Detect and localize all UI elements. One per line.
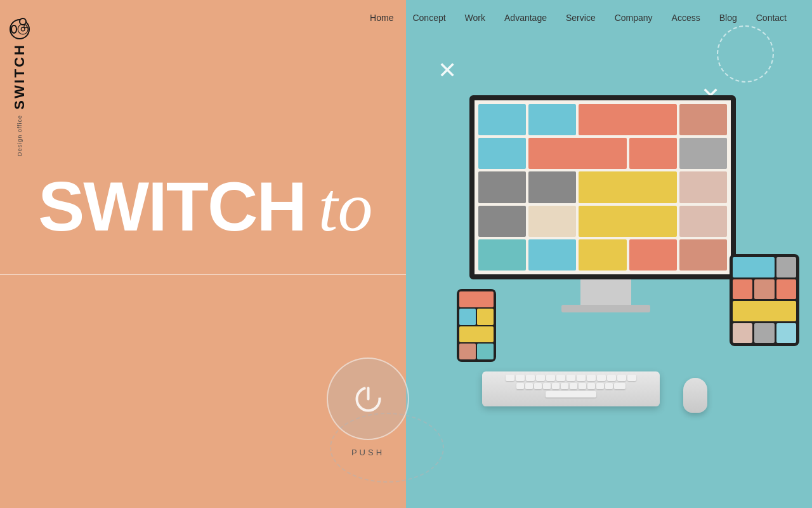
- screen-block: [478, 171, 526, 203]
- phone-block: [477, 344, 494, 359]
- brand-name: SWITCH: [13, 43, 27, 110]
- screen-block: [679, 138, 727, 169]
- key: [552, 383, 560, 389]
- screen-block: [579, 206, 676, 237]
- phone-block: [459, 344, 476, 359]
- nav-advantage[interactable]: Advantage: [504, 13, 547, 23]
- keyboard-row-2: [485, 383, 657, 389]
- key: [596, 383, 604, 389]
- phone-block: [459, 309, 476, 324]
- screen-block: [579, 171, 676, 203]
- monitor-base: [561, 305, 650, 312]
- hero-headline: SWITCHto: [38, 171, 372, 242]
- tablet-block: [733, 279, 752, 300]
- screen-block: [478, 239, 526, 271]
- screen-block: [629, 239, 677, 271]
- monitor: [469, 95, 742, 318]
- key: [566, 375, 575, 381]
- power-icon: [351, 382, 386, 417]
- tablet-block: [754, 323, 774, 344]
- keyboard-row-1: [485, 375, 657, 381]
- phone: [457, 289, 496, 362]
- tablet-block: [754, 279, 774, 300]
- screen-block: [528, 239, 576, 271]
- screen-block: [579, 104, 676, 135]
- screen-block: [478, 104, 526, 135]
- screen-block: [528, 206, 576, 237]
- monitor-stand: [580, 279, 631, 305]
- phone-block: [477, 309, 494, 324]
- tablet: [730, 254, 799, 346]
- tablet-block: [733, 301, 796, 321]
- key: [525, 383, 533, 389]
- nav-service[interactable]: Service: [566, 13, 596, 23]
- logo-area: SWITCH Design office: [10, 19, 30, 156]
- push-circle[interactable]: [327, 358, 409, 440]
- mouse: [683, 378, 707, 413]
- screen-block: [528, 138, 626, 169]
- nav-concept[interactable]: Concept: [412, 13, 445, 23]
- key: [617, 375, 626, 381]
- screen-block: [528, 104, 576, 135]
- monitor-screen: [469, 95, 736, 279]
- tablet-block: [776, 323, 796, 344]
- key: [614, 383, 625, 389]
- devices-area: [406, 0, 812, 508]
- nav-company[interactable]: Company: [615, 13, 653, 23]
- nav-access[interactable]: Access: [672, 13, 700, 23]
- screen-block: [679, 171, 727, 203]
- key: [561, 383, 568, 389]
- key: [570, 383, 577, 389]
- page-wrapper: SWITCH Design office Home Concept Work A…: [0, 0, 812, 508]
- nav-blog[interactable]: Blog: [719, 13, 737, 23]
- key: [579, 383, 586, 389]
- main-nav: Home Concept Work Advantage Service Comp…: [0, 0, 812, 36]
- phone-block: [459, 326, 494, 342]
- push-button-area[interactable]: PUSH: [327, 358, 409, 457]
- tablet-block: [776, 279, 796, 300]
- key: [506, 375, 514, 381]
- brand-tagline: Design office: [16, 115, 23, 156]
- screen-block: [679, 104, 727, 135]
- screen-block: [629, 138, 677, 169]
- key-space: [546, 391, 596, 398]
- screen-block: [579, 239, 626, 271]
- nav-home[interactable]: Home: [370, 13, 393, 23]
- key: [627, 375, 636, 381]
- screen-block: [478, 138, 526, 169]
- screen-block: [679, 206, 727, 237]
- key: [556, 375, 565, 381]
- nav-contact[interactable]: Contact: [756, 13, 787, 23]
- headline-switch: SWITCH: [38, 171, 306, 241]
- tablet-block: [733, 323, 752, 344]
- key: [597, 375, 606, 381]
- key: [605, 383, 613, 389]
- key: [607, 375, 616, 381]
- key: [543, 383, 551, 389]
- key: [516, 383, 524, 389]
- screen-block: [679, 239, 727, 271]
- key: [526, 375, 535, 381]
- nav-work[interactable]: Work: [465, 13, 485, 23]
- headline-to: to: [318, 172, 373, 242]
- screen-block: [478, 206, 526, 237]
- screen-block: [528, 171, 576, 203]
- keyboard-row-3: [485, 391, 657, 398]
- key: [534, 383, 542, 389]
- push-label: PUSH: [351, 448, 384, 457]
- key: [536, 375, 545, 381]
- key: [516, 375, 525, 381]
- key: [587, 383, 595, 389]
- tablet-block: [733, 257, 775, 277]
- keyboard: [482, 371, 660, 406]
- phone-block: [459, 291, 494, 307]
- key: [577, 375, 586, 381]
- tablet-block: [776, 257, 796, 277]
- divider-line: [0, 274, 406, 275]
- key: [587, 375, 596, 381]
- key: [546, 375, 555, 381]
